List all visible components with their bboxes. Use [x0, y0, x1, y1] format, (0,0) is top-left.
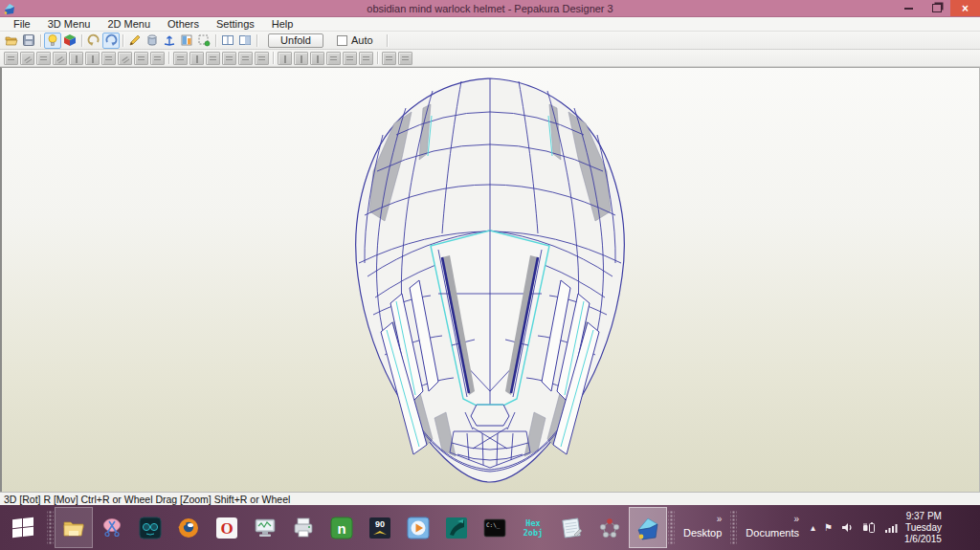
flip-part-icon[interactable]	[118, 52, 132, 65]
line-hatch-style-icon[interactable]	[53, 52, 67, 65]
toolbar-separator	[122, 34, 123, 47]
teal-3d-app-button[interactable]	[437, 505, 476, 550]
action-center-flag-icon[interactable]: ⚑	[824, 522, 833, 533]
blender-button[interactable]	[169, 505, 208, 550]
unfold-button[interactable]: Unfold	[268, 33, 323, 48]
teal-3d-icon	[444, 516, 469, 540]
glue-tabs-icon[interactable]	[69, 52, 83, 65]
system-monitor-button[interactable]	[246, 505, 284, 550]
yellow-book-app-button[interactable]: 90	[361, 505, 399, 550]
power-battery-icon[interactable]	[862, 521, 876, 534]
auto-checkbox[interactable]	[337, 35, 347, 46]
documents-toolbar[interactable]: » Documents	[738, 505, 807, 550]
frame-selection-icon[interactable]	[173, 52, 188, 65]
desktop-overflow-chevron[interactable]: »	[717, 515, 723, 524]
taskbar-clock[interactable]: 9:37 PM Tuesday 1/6/2015	[904, 505, 950, 550]
hex2obj-button[interactable]: Hex 2obj	[514, 505, 552, 550]
network-signal-icon[interactable]	[884, 522, 898, 534]
clock-time: 9:37 PM	[904, 511, 942, 522]
rotate-part-right-icon[interactable]	[150, 52, 165, 65]
layout-right-pane-icon[interactable]	[236, 33, 254, 49]
rotate-30-cw-icon[interactable]	[398, 52, 412, 65]
insert-text-icon[interactable]	[85, 52, 100, 65]
menu-2d[interactable]: 2D Menu	[99, 17, 159, 31]
notepad-icon	[559, 516, 584, 540]
restore-button[interactable]	[923, 0, 950, 16]
toggle-light-icon[interactable]	[44, 33, 61, 49]
file-explorer-button[interactable]	[55, 507, 93, 548]
media-player-button[interactable]	[399, 505, 437, 550]
minimize-button[interactable]	[895, 0, 923, 16]
align-right-icon[interactable]	[310, 52, 324, 65]
add-flap-icon[interactable]	[189, 52, 204, 65]
toolbar-separator	[256, 34, 257, 47]
select-parts-icon[interactable]	[4, 52, 18, 65]
close-button[interactable]: ×	[950, 0, 980, 16]
start-button[interactable]	[0, 505, 46, 550]
titlebar[interactable]: obsidian mind warlock helmet - Pepakura …	[0, 0, 980, 17]
3d-viewport[interactable]	[0, 67, 980, 492]
edit-flaps-icon[interactable]	[20, 52, 34, 65]
align-top-icon[interactable]	[326, 52, 341, 65]
texture-cube-view-icon[interactable]	[61, 33, 78, 49]
stack-parts-icon[interactable]	[222, 52, 236, 65]
menu-settings[interactable]: Settings	[208, 17, 263, 31]
window-2d-view-icon[interactable]	[178, 33, 195, 49]
printer-button[interactable]	[284, 505, 323, 550]
menu-help[interactable]: Help	[263, 17, 302, 31]
notepad-button[interactable]	[552, 505, 590, 550]
rotate-view-left-icon[interactable]	[85, 33, 102, 49]
align-edges-icon[interactable]	[255, 52, 269, 65]
svg-text:C:\_: C:\_	[486, 521, 501, 529]
merge-parts-window-icon[interactable]	[101, 52, 116, 65]
pepakura-designer-button[interactable]	[629, 507, 667, 548]
svg-text:Hex: Hex	[525, 518, 540, 528]
terminal-icon: C:\_	[482, 516, 507, 540]
clock-day: Tuesday	[904, 522, 942, 534]
command-prompt-button[interactable]: C:\_	[476, 505, 514, 550]
documents-toolbar-label[interactable]: Documents	[746, 527, 799, 539]
menu-3d[interactable]: 3D Menu	[39, 17, 100, 31]
helmet-model[interactable]	[339, 70, 641, 491]
main-toolbar: Unfold Auto	[0, 32, 980, 50]
toolbar-separator	[273, 52, 274, 64]
toolbar-separator	[387, 34, 388, 47]
goggles-face-icon	[138, 516, 163, 540]
documents-overflow-chevron[interactable]: »	[793, 515, 799, 524]
desktop-toolbar[interactable]: » Desktop	[676, 505, 729, 550]
auto-unfold-toggle[interactable]: Auto	[337, 34, 373, 46]
show-hidden-icons-arrow[interactable]: ▴	[811, 522, 815, 533]
desktop-toolbar-label[interactable]: Desktop	[683, 527, 722, 539]
align-center-vertical-icon[interactable]	[294, 52, 308, 65]
volume-icon[interactable]	[841, 521, 854, 534]
svg-text:90: 90	[375, 519, 385, 529]
svg-text:O: O	[220, 519, 233, 538]
save-file-icon[interactable]	[20, 33, 37, 49]
align-center-horizontal-icon[interactable]	[343, 52, 357, 65]
menubar: File 3D Menu 2D Menu Others Settings Hel…	[0, 17, 980, 32]
align-left-icon[interactable]	[278, 52, 292, 65]
solid-cylinder-view-icon[interactable]	[144, 33, 161, 49]
molecule-app-button[interactable]	[590, 505, 629, 550]
select-mode-icon[interactable]	[195, 33, 212, 49]
green-n-app-button[interactable]: n	[323, 505, 361, 550]
part-number-icon[interactable]	[206, 52, 220, 65]
goggles-game-button[interactable]	[131, 505, 169, 550]
reset-axes-icon[interactable]	[161, 33, 178, 49]
opera-button[interactable]: O	[208, 505, 246, 550]
align-bottom-icon[interactable]	[359, 52, 373, 65]
edit-pencil-icon[interactable]	[126, 33, 144, 49]
file-explorer-icon	[61, 516, 86, 540]
hex2obj-icon: Hex 2obj	[519, 516, 547, 540]
open-file-icon[interactable]	[3, 33, 20, 49]
menu-others[interactable]: Others	[159, 17, 208, 31]
rotate-view-right-icon[interactable]	[102, 33, 120, 49]
menu-file[interactable]: File	[5, 17, 39, 31]
book-90-icon: 90	[368, 516, 392, 540]
rotate-30-ccw-icon[interactable]	[382, 52, 396, 65]
layout-two-panes-icon[interactable]	[219, 33, 236, 49]
snipping-tool-button[interactable]	[93, 505, 131, 550]
preview-window-icon[interactable]	[238, 52, 253, 65]
show-texture-icon[interactable]	[36, 52, 51, 65]
rotate-part-left-icon[interactable]	[134, 52, 148, 65]
